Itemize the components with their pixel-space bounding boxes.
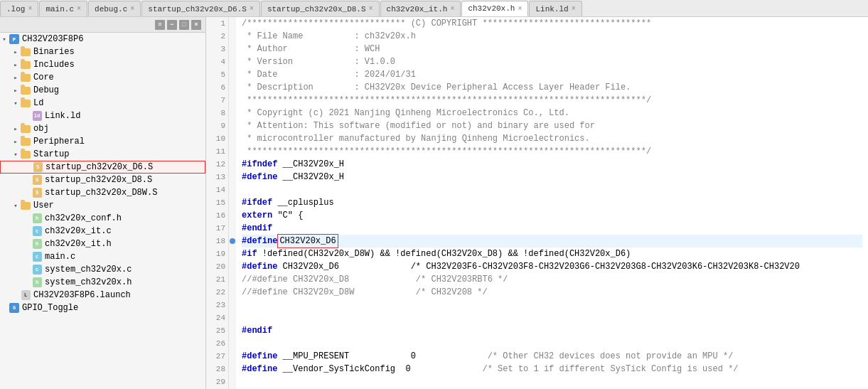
tree-item-startup_d8ws[interactable]: S startup_ch32v20x_D8W.S [0, 186, 205, 199]
tab-link_ld[interactable]: Link.ld× [529, 1, 582, 16]
code-line-3[interactable]: * Author : WCH [242, 43, 862, 55]
line-marker-11 [229, 145, 236, 158]
file-icon-launch: L [20, 290, 31, 300]
tree-item-startup_d6s[interactable]: S startup_ch32v20x_D6.S [0, 161, 205, 174]
tree-label: Link.ld [45, 111, 80, 121]
tree-root[interactable]: ▾ P CH32V203F8P6 [0, 33, 205, 46]
tree-item-gpio[interactable]: G GPIO_Toggle [0, 302, 205, 314]
tree-label: Peripheral [33, 137, 85, 146]
tree-item-it_c[interactable]: c ch32v20x_it.c [0, 225, 205, 238]
code-line-23[interactable] [242, 299, 862, 311]
code-lines[interactable]: /******************************* (C) COP… [236, 17, 868, 389]
tab-ch32_it[interactable]: ch32v20x_it.h× [380, 1, 461, 16]
minimize-icon[interactable]: − [167, 20, 177, 30]
code-line-20[interactable]: #define CH32V20x_D6 /* CH32V203F6-CH32V2… [242, 260, 862, 273]
code-line-5[interactable]: * Date : 2024/01/31 [242, 68, 862, 81]
tree-item-startup[interactable]: ▾ Startup [0, 148, 205, 161]
code-line-9[interactable]: * Attention: This software (modified or … [242, 119, 862, 132]
code-line-18[interactable]: #define CH32V20x_D6 [242, 235, 862, 247]
tree-item-system_c[interactable]: c system_ch32v20x.c [0, 263, 205, 276]
code-line-19[interactable]: #if !defined(CH32v20x_D8W) && !defined(C… [242, 247, 862, 260]
code-line-27[interactable]: #define __MPU_PRESENT 0 /* Other CH32 de… [242, 350, 862, 363]
tree-item-conf_h[interactable]: h ch32v20x_conf.h [0, 212, 205, 225]
tab-ch32_h[interactable]: ch32v20x.h× [461, 1, 528, 16]
close-sidebar-icon[interactable]: × [191, 20, 201, 30]
code-line-11[interactable]: ****************************************… [242, 145, 862, 158]
maximize-icon[interactable]: □ [179, 20, 189, 30]
tab-log[interactable]: .log× [0, 1, 38, 16]
code-line-21[interactable]: //#define CH32V20x_D8 /* CH32V203RBT6 */ [242, 273, 862, 286]
code-line-13[interactable]: #define __CH32V20x_H [242, 171, 862, 183]
tree-item-user[interactable]: ▾ User [0, 199, 205, 212]
line-number-19: 19 [209, 247, 225, 260]
tab-main_c[interactable]: main.c× [39, 1, 87, 16]
line-number-5: 5 [209, 68, 225, 81]
tree-item-debug[interactable]: ▸ Debug [0, 84, 205, 97]
tree-item-includes[interactable]: ▸ Includes [0, 58, 205, 71]
code-line-15[interactable]: #ifdef __cplusplus [242, 196, 862, 209]
tab-close-icon[interactable]: × [250, 5, 254, 13]
line-marker-6 [229, 81, 236, 94]
tab-close-icon[interactable]: × [572, 5, 576, 13]
code-line-7[interactable]: ****************************************… [242, 94, 862, 107]
line-number-13: 13 [209, 171, 225, 183]
line-marker-17 [229, 222, 236, 235]
code-line-25[interactable]: #endif [242, 324, 862, 337]
line-number-8: 8 [209, 107, 225, 119]
code-editor: 1234567891011121314151617181920212223242… [206, 17, 868, 389]
code-line-28[interactable]: #define __Vendor_SysTickConfig 0 /* Set … [242, 363, 862, 375]
tree-item-link_ld[interactable]: ld Link.ld [0, 110, 205, 122]
tree-item-ld[interactable]: ▾ Ld [0, 97, 205, 110]
tab-close-icon[interactable]: × [369, 5, 373, 13]
code-line-26[interactable] [242, 337, 862, 350]
file-icon-folder [20, 73, 31, 82]
file-icon-folder [20, 149, 31, 159]
code-line-16[interactable]: extern "C" { [242, 209, 862, 222]
sidebar-tree: ▾ P CH32V203F8P6 ▸ Binaries ▸ Includes ▸… [0, 33, 205, 389]
tree-label: Core [33, 73, 54, 82]
collapse-all-icon[interactable]: ≡ [155, 20, 165, 30]
tab-close-icon[interactable]: × [130, 5, 134, 13]
line-marker-13 [229, 171, 236, 183]
line-marker-8 [229, 107, 236, 119]
code-line-10[interactable]: * microcontroller manufactured by Nanjin… [242, 132, 862, 145]
tree-item-core[interactable]: ▸ Core [0, 71, 205, 84]
tab-label: startup_ch32v20x_D6.S [148, 5, 247, 14]
code-line-24[interactable] [242, 311, 862, 324]
tab-close-icon[interactable]: × [518, 5, 522, 13]
code-line-12[interactable]: #ifndef __CH32V20x_H [242, 158, 862, 171]
code-line-1[interactable]: /******************************* (C) COP… [242, 17, 862, 30]
tab-startup_d8[interactable]: startup_ch32v20x_D8.S× [261, 1, 380, 16]
tab-close-icon[interactable]: × [28, 5, 32, 13]
tab-bar: .log×main.c×debug.c×startup_ch32v20x_D6.… [0, 0, 868, 17]
code-line-4[interactable]: * Version : V1.0.0 [242, 55, 862, 68]
tree-item-it_h[interactable]: h ch32v20x_it.h [0, 238, 205, 250]
tab-debug_c[interactable]: debug.c× [88, 1, 141, 16]
project-icon: P [9, 34, 20, 44]
code-line-22[interactable]: //#define CH32V20x_D8W /* CH32V208 */ [242, 286, 862, 299]
tree-label: Startup [33, 149, 69, 159]
tree-label: main.c [45, 252, 75, 262]
tree-item-launch[interactable]: L CH32V203F8P6.launch [0, 289, 205, 302]
tree-item-startup_d8s[interactable]: S startup_ch32v20x_D8.S [0, 174, 205, 186]
tab-label: Link.ld [535, 5, 568, 14]
code-line-29[interactable] [242, 375, 862, 388]
tab-startup_d6[interactable]: startup_ch32v20x_D6.S× [141, 1, 260, 16]
tab-close-icon[interactable]: × [450, 5, 454, 13]
line-marker-22 [229, 289, 236, 302]
line-marker-2 [229, 30, 236, 43]
tree-item-obj[interactable]: ▸ obj [0, 122, 205, 135]
code-line-6[interactable]: * Description : CH32V20x Device Peripher… [242, 81, 862, 94]
code-line-14[interactable] [242, 183, 862, 196]
tab-close-icon[interactable]: × [77, 5, 81, 13]
code-line-2[interactable]: * File Name : ch32v20x.h [242, 30, 862, 43]
code-line-17[interactable]: #endif [242, 222, 862, 235]
tree-label: User [33, 201, 54, 211]
tree-item-system_h[interactable]: h system_ch32v20x.h [0, 276, 205, 289]
code-line-8[interactable]: * Copyright (c) 2021 Nanjing Qinheng Mic… [242, 107, 862, 119]
tree-item-binaries[interactable]: ▸ Binaries [0, 46, 205, 58]
tree-item-peripheral[interactable]: ▸ Peripheral [0, 135, 205, 148]
tree-item-main_c2[interactable]: c main.c [0, 250, 205, 263]
line-number-27: 27 [209, 350, 225, 363]
file-icon-folder [20, 124, 31, 134]
